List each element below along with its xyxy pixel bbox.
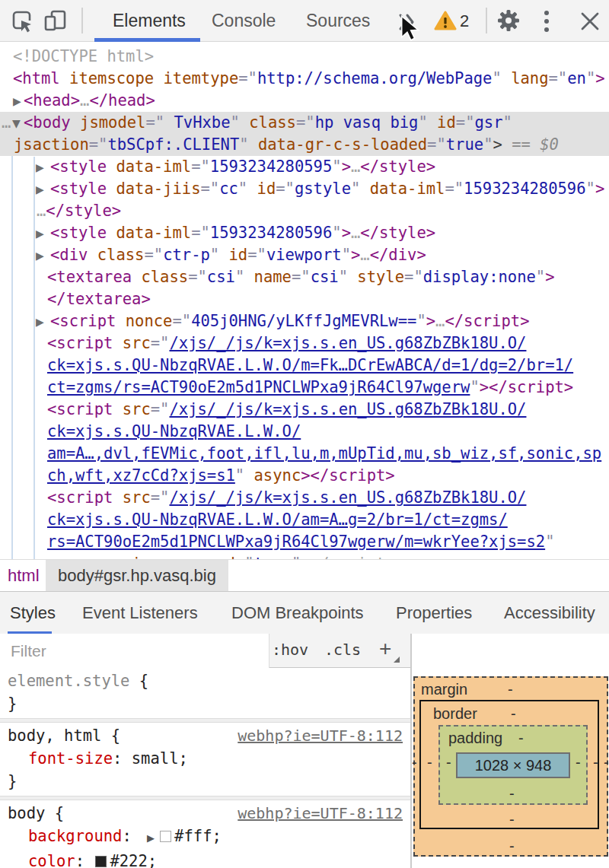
dom-tree-row[interactable]: <!DOCTYPE html> xyxy=(0,46,609,68)
stylesheet-source-link[interactable]: webhp?ie=UTF-8:112 xyxy=(238,724,403,747)
code-segment: " xyxy=(351,180,360,198)
collapse-arrow-icon[interactable]: ▼ xyxy=(12,113,21,135)
css-rule: element.style {} xyxy=(0,668,410,718)
inspect-cursor-icon[interactable] xyxy=(10,9,34,33)
code-segment: =" xyxy=(89,135,108,154)
rule-selector[interactable]: element.style xyxy=(8,672,129,690)
dom-tree-row[interactable]: ▶<style data-jiis="cc" id="gstyle" data-… xyxy=(0,178,609,200)
dom-tree-row[interactable]: <textarea class="csi" name="csi" style="… xyxy=(0,266,609,288)
warning-count[interactable]: 2 xyxy=(460,11,469,31)
dom-tree-row[interactable]: async gapi_processed="true"></script> xyxy=(0,553,609,559)
expand-arrow-icon[interactable]: ▶ xyxy=(36,179,44,201)
new-style-rule-button[interactable]: + xyxy=(379,637,391,661)
styles-panel-tabs: Styles Event Listeners DOM Breakpoints P… xyxy=(0,591,609,634)
tab-properties[interactable]: Properties xyxy=(396,603,472,623)
gear-icon[interactable] xyxy=(496,8,521,33)
stylesheet-source-link[interactable]: webhp?ie=UTF-8:112 xyxy=(238,802,403,825)
css-declaration[interactable]: font-size: small; xyxy=(8,747,403,770)
styles-filter-input[interactable] xyxy=(0,634,269,669)
padding-left-value[interactable]: - xyxy=(446,754,451,771)
dom-tree-row[interactable]: </textarea> xyxy=(0,288,609,310)
property-value[interactable]: #fff; xyxy=(174,827,222,845)
css-rule: body, html {webhp?ie=UTF-8:112font-size:… xyxy=(0,723,410,796)
dom-tree-row[interactable]: jsaction="tbSCpf:.CLIENT" data-gr-c-s-lo… xyxy=(0,134,609,156)
expand-shorthand-icon[interactable]: ▶ xyxy=(147,832,155,844)
dom-tree-row[interactable]: ck=xjs.s.QU-NbzqRVAE.L.W.O/ xyxy=(0,421,609,443)
dom-tree-row[interactable]: <script src="/xjs/_/js/k=xjs.s.en_US.g68… xyxy=(0,332,609,355)
close-icon[interactable] xyxy=(580,11,600,31)
margin-right-value[interactable]: - xyxy=(604,754,609,771)
code-segment: " xyxy=(545,533,554,551)
dom-tree-row[interactable]: ch,wft,xz7cCd?xjs=s1" async></script> xyxy=(0,465,609,487)
expand-arrow-icon[interactable]: ▶ xyxy=(36,157,44,179)
device-toolbar-icon[interactable] xyxy=(43,8,69,34)
dom-tree-row[interactable]: ▶<head>…</head> xyxy=(0,90,609,112)
dom-tree-row[interactable]: am=A…,dvl,fEVMic,foot,ifl,lu,m,mUpTid,mu… xyxy=(0,443,609,465)
dom-tree-row[interactable]: ck=xjs.s.QU-NbzqRVAE.L.W.O/m=Fk…DCrEwABC… xyxy=(0,355,609,377)
expand-arrow-icon[interactable]: ▶ xyxy=(36,223,44,245)
border-right-value[interactable]: - xyxy=(593,754,598,771)
box-model-content-box[interactable]: 1028 × 948 xyxy=(456,752,570,778)
margin-left-value[interactable]: - xyxy=(412,754,417,771)
dom-tree-row[interactable]: …</style> xyxy=(0,200,609,222)
padding-right-value[interactable]: - xyxy=(576,754,581,771)
property-value[interactable]: #222; xyxy=(110,852,157,868)
code-segment: " xyxy=(231,113,240,132)
code-segment: nonce xyxy=(116,312,172,330)
tab-dom-breakpoints[interactable]: DOM Breakpoints xyxy=(231,603,364,623)
rule-selector[interactable]: body xyxy=(8,804,45,822)
css-declaration[interactable]: background: ▶#fff; xyxy=(8,825,403,850)
border-top-value[interactable]: - xyxy=(511,705,516,723)
code-segment: cc xyxy=(219,180,238,198)
dom-tree-row[interactable]: ▶<style data-iml="1593234280596">…</styl… xyxy=(0,222,609,244)
tab-sources[interactable]: Sources xyxy=(306,11,370,31)
dom-tree-row[interactable]: <script src="/xjs/_/js/k=xjs.s.en_US.g68… xyxy=(0,399,609,421)
code-segment: " xyxy=(492,69,501,87)
breadcrumb-item-html[interactable]: html xyxy=(8,560,40,591)
tab-console[interactable]: Console xyxy=(212,11,276,31)
dom-tree-row[interactable]: ▶<div class="ctr-p" id="viewport">…</div… xyxy=(0,244,609,266)
dom-tree-row[interactable]: ck=xjs.s.QU-NbzqRVAE.L.W.O/am=A…g=2/br=1… xyxy=(0,509,609,531)
code-segment: " xyxy=(483,135,493,154)
property-name[interactable]: font-size xyxy=(28,749,113,768)
rule-selector[interactable]: body, html xyxy=(8,727,101,745)
border-left-value[interactable]: - xyxy=(427,754,432,771)
tab-accessibility[interactable]: Accessibility xyxy=(504,603,595,623)
margin-top-value[interactable]: - xyxy=(508,681,513,698)
padding-top-value[interactable]: - xyxy=(518,730,524,747)
property-name[interactable]: background xyxy=(28,827,122,845)
warning-triangle-icon[interactable] xyxy=(434,11,457,31)
dom-tree-row[interactable]: …▼<body jsmodel=" TvHxbe" class="hp vasq… xyxy=(0,112,609,134)
expand-arrow-icon[interactable]: ▶ xyxy=(36,311,44,333)
property-name[interactable]: color xyxy=(28,852,75,868)
dom-tree-row[interactable]: <script src="/xjs/_/js/k=xjs.s.en_US.g68… xyxy=(0,487,609,509)
code-segment: rs=ACT90oE2m5d1PNCLWPxa9jR64Cl97wgerw/m=… xyxy=(47,533,545,551)
breadcrumb-item-body[interactable]: body#gsr.hp.vasq.big xyxy=(46,560,228,591)
kebab-menu-icon[interactable] xyxy=(542,9,551,33)
margin-bottom-value[interactable]: - xyxy=(509,838,515,855)
dom-tree-row[interactable]: <html itemscope itemtype="http://schema.… xyxy=(0,68,609,90)
property-value[interactable]: small; xyxy=(132,749,188,768)
pseudo-state-toggle[interactable]: :hov xyxy=(272,641,308,659)
border-bottom-value[interactable]: - xyxy=(509,811,515,828)
expand-arrow-icon[interactable]: ▶ xyxy=(36,245,44,267)
code-segment: " xyxy=(416,312,426,330)
dom-tree-row[interactable]: ct=zgms/rs=ACT90oE2m5d1PNCLWPxa9jR64Cl97… xyxy=(0,377,609,399)
code-segment: ch,wft,xz7cCd?xjs=s1 xyxy=(47,466,235,485)
code-segment: </style> xyxy=(46,202,121,220)
expand-arrow-icon[interactable]: ▶ xyxy=(13,91,21,113)
code-segment: <script xyxy=(47,334,113,352)
css-declaration[interactable]: color: #222; xyxy=(8,850,403,868)
padding-bottom-value[interactable]: - xyxy=(509,785,515,803)
dom-tree-row[interactable]: ▶<script nonce="405j0HNG/yLKffJgMEVRLw==… xyxy=(0,310,609,332)
code-segment: " xyxy=(332,157,341,176)
color-swatch[interactable] xyxy=(95,856,107,867)
element-classes-toggle[interactable]: .cls xyxy=(324,641,361,659)
code-segment: > xyxy=(595,180,604,198)
dom-tree-row[interactable]: rs=ACT90oE2m5d1PNCLWPxa9jR64Cl97wgerw/m=… xyxy=(0,531,609,553)
tab-styles[interactable]: Styles xyxy=(10,603,56,623)
dom-tree-row[interactable]: ▶<style data-iml="1593234280595">…</styl… xyxy=(0,156,609,178)
tab-elements[interactable]: Elements xyxy=(113,11,186,31)
tab-event-listeners[interactable]: Event Listeners xyxy=(82,603,198,623)
color-swatch[interactable] xyxy=(160,831,171,842)
